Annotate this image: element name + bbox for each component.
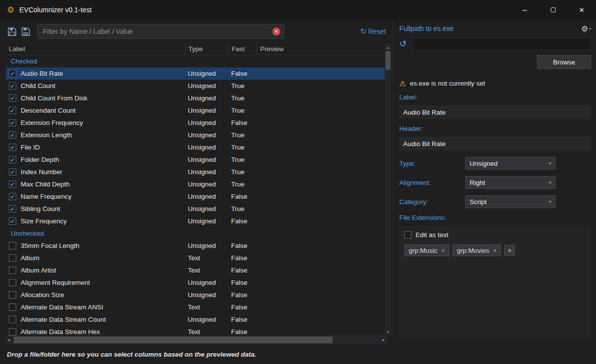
row-label-cell: ✓Child Count From Disk [6,94,185,102]
extension-chip[interactable]: grp:Music✕ [404,244,449,256]
column-header-preview[interactable]: Preview [257,43,385,55]
table-row[interactable]: ✓Max Child DepthUnsignedTrue [6,178,385,190]
scroll-down-icon[interactable]: ▾ [385,328,391,335]
row-type: Unsigned [185,119,228,126]
table-row[interactable]: ✓Audio Bit RateUnsignedFalse [6,67,385,80]
row-type: Unsigned [185,242,228,249]
exe-path-input[interactable] [412,37,591,50]
horizontal-scroll-thumb[interactable] [14,336,332,343]
table-row[interactable]: ✓Index NumberUnsignedTrue [6,166,385,178]
row-checkbox[interactable]: ✓ [9,82,16,90]
row-fast: True [228,168,257,176]
row-checkbox[interactable]: ✓ [9,193,16,200]
row-checkbox[interactable]: ✓ [9,217,16,225]
scroll-right-icon[interactable]: ▸ [380,337,387,342]
save-as-button[interactable] [21,27,30,36]
row-checkbox[interactable]: ✓ [9,107,16,114]
save-button[interactable] [7,27,17,36]
row-checkbox[interactable]: ✓ [9,70,16,77]
row-label-cell: Album [6,254,185,262]
row-checkbox[interactable]: ✓ [9,156,16,163]
row-checkbox[interactable]: ✓ [9,131,16,139]
edit-as-text-checkbox[interactable] [404,231,412,239]
row-label: Name Frequency [21,193,72,200]
table-row[interactable]: Album ArtistTextFalse [6,264,385,276]
horizontal-scrollbar[interactable]: ◂ ▸ [5,335,387,344]
table-row[interactable]: AlbumTextFalse [6,252,385,264]
column-header-label[interactable]: Label [6,43,185,55]
type-dropdown[interactable]: Unsigned ▾ [465,157,556,170]
row-checkbox[interactable] [9,303,16,311]
column-header-type[interactable]: Type [185,43,228,55]
row-checkbox[interactable] [9,254,16,262]
table-row[interactable]: ✓Sibling CountUnsignedTrue [6,203,385,215]
row-checkbox[interactable]: ✓ [9,181,16,188]
row-checkbox[interactable]: ✓ [9,94,16,102]
table-row[interactable]: ✓Name FrequencyUnsignedFalse [6,190,385,203]
row-label-cell: ✓Folder Depth [6,156,185,163]
warning-text: es.exe is not currently set [410,80,485,87]
vertical-scroll-thumb[interactable] [386,51,390,70]
row-checkbox[interactable] [9,279,16,286]
minimize-button[interactable]: ─ [510,0,539,20]
main-area: ✕ ↻Reset Label Type Fast Preview Checked… [0,20,596,344]
row-fast: False [228,193,257,200]
row-checkbox[interactable]: ✓ [9,119,16,126]
table-row[interactable]: 35mm Focal LengthUnsignedFalse [6,240,385,252]
label-field-input[interactable] [399,105,591,119]
scroll-up-icon[interactable]: ▴ [385,43,391,51]
category-dropdown[interactable]: Script ▾ [465,195,556,208]
table-row[interactable]: ✓Extension LengthUnsignedTrue [6,129,385,141]
chip-remove-icon[interactable]: ✕ [493,248,497,253]
row-fast: False [228,291,257,299]
row-checkbox[interactable] [9,291,16,299]
column-header-fast[interactable]: Fast [228,43,257,55]
alignment-dropdown[interactable]: Right ▾ [465,176,556,189]
add-extension-button[interactable]: + [504,245,515,256]
horizontal-scroll-track[interactable] [13,335,380,344]
table-row[interactable]: ✓Child CountUnsignedTrue [6,80,385,92]
row-checkbox[interactable]: ✓ [9,144,16,151]
row-fast: False [228,254,257,262]
fullpath-row: Fullpath to es.exe ⚙▾ [399,24,591,33]
scroll-left-icon[interactable]: ◂ [5,337,13,342]
row-fast: False [228,267,257,274]
row-checkbox[interactable] [9,316,16,323]
row-checkbox[interactable] [9,328,16,335]
table-row[interactable]: Alternate Data Stream ANSITextFalse [6,301,385,313]
header-field-input[interactable] [399,137,591,151]
label-field-label: Label: [399,93,591,102]
type-row: Type: Unsigned ▾ [399,157,591,170]
row-checkbox[interactable] [9,242,16,249]
fullpath-label: Fullpath to es.exe [399,25,454,32]
row-label-cell: ✓Child Count [6,82,185,90]
close-button[interactable]: ✕ [567,0,596,20]
table-row[interactable]: ✓Folder DepthUnsignedTrue [6,153,385,166]
browse-button[interactable]: Browse [537,55,591,69]
extension-chip[interactable]: grp:Movies✕ [452,244,501,256]
table-row[interactable]: Alternate Data Stream HexTextFalse [6,326,385,335]
table-row[interactable]: Alternate Data Stream CountUnsignedFalse [6,313,385,326]
clear-filter-button[interactable]: ✕ [272,28,280,35]
row-checkbox[interactable] [9,267,16,274]
settings-button[interactable]: ⚙▾ [581,24,591,33]
row-type: Unsigned [185,70,228,77]
table-row[interactable]: ✓Size FrequencyUnsignedFalse [6,215,385,227]
undo-icon[interactable]: ↺ [399,39,407,48]
row-label: 35mm Focal Length [21,242,79,249]
table-row[interactable]: ✓Extension FrequencyUnsignedFalse [6,117,385,129]
row-label-cell: ✓Sibling Count [6,205,185,212]
maximize-button[interactable] [539,0,567,20]
table-row[interactable]: ✓File IDUnsignedTrue [6,141,385,153]
row-checkbox[interactable]: ✓ [9,205,16,212]
table-row[interactable]: Allocation SizeUnsignedFalse [6,289,385,301]
chip-remove-icon[interactable]: ✕ [441,248,445,253]
row-checkbox[interactable]: ✓ [9,168,16,176]
table-row[interactable]: ✓Descendant CountUnsignedTrue [6,104,385,117]
vertical-scrollbar[interactable]: ▴ ▾ [385,43,391,335]
table-row[interactable]: ✓Child Count From DiskUnsignedTrue [6,92,385,104]
table-row[interactable]: Alignment RequirementUnsignedFalse [6,276,385,289]
filter-input[interactable] [37,24,284,39]
reset-button[interactable]: ↻Reset [360,27,386,36]
vertical-scroll-track[interactable] [385,51,391,328]
